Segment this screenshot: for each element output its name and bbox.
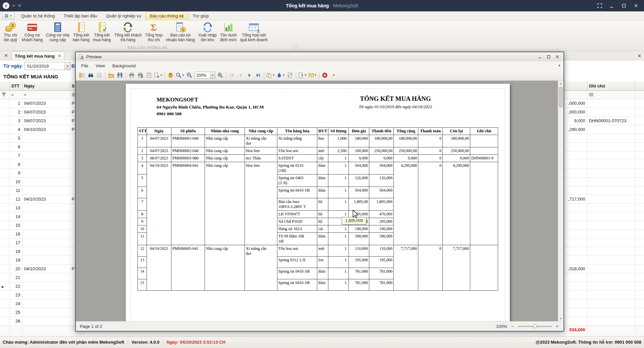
export-button[interactable]: ▼ bbox=[298, 71, 308, 79]
grid-row[interactable]: ,000,000 bbox=[564, 108, 644, 116]
close-preview-button[interactable] bbox=[321, 71, 329, 79]
toolbar-overflow-button[interactable]: ▼ bbox=[329, 71, 338, 79]
ribbon-collapse-button[interactable]: ^ bbox=[294, 45, 299, 50]
menu-file[interactable]: File bbox=[78, 62, 92, 69]
zoom-out-button[interactable] bbox=[185, 71, 194, 79]
next-page-button[interactable] bbox=[245, 71, 254, 79]
zoom-level-combo[interactable]: 100%▼ bbox=[195, 72, 215, 79]
ribbon-button-receipt-orange[interactable]: Tổng kết bán hàng bbox=[71, 21, 91, 43]
grid-row[interactable] bbox=[564, 299, 644, 308]
grid-row[interactable]: ▶22 bbox=[0, 282, 83, 290]
watermark-button[interactable] bbox=[286, 71, 294, 79]
email-button[interactable]: ▼ bbox=[308, 71, 318, 79]
ribbon-button-debt-card[interactable]: Công nợ khách hàng bbox=[20, 21, 44, 43]
grid-row[interactable]: 5 bbox=[0, 134, 83, 142]
grid-row[interactable]: 204/07/2023P bbox=[0, 108, 83, 116]
open-button[interactable] bbox=[107, 71, 115, 79]
ribbon-button-calculator[interactable]: Công nợ nhà cung cấp bbox=[44, 21, 71, 43]
ribbon-tab-3[interactable]: Báo cáo thống kê bbox=[146, 11, 188, 20]
document-map-button[interactable] bbox=[77, 71, 86, 79]
grid-row[interactable] bbox=[564, 282, 644, 290]
grid-row[interactable] bbox=[564, 168, 644, 177]
multi-page-button[interactable]: ▼ bbox=[266, 71, 276, 79]
preview-maximize-button[interactable] bbox=[545, 54, 552, 60]
minimize-button[interactable] bbox=[609, 3, 614, 8]
grid-row[interactable]: 26 bbox=[0, 317, 83, 325]
grid-row[interactable]: 404/10/2023P bbox=[0, 125, 83, 134]
ribbon-button-coins[interactable]: $ Thu chi tồn quỹ bbox=[1, 21, 20, 43]
grid-row[interactable] bbox=[564, 221, 644, 229]
menu-background[interactable]: Background bbox=[109, 62, 139, 69]
grid-row[interactable]: 1204/10/2023P bbox=[0, 195, 83, 203]
filter-cell[interactable] bbox=[587, 90, 635, 99]
maximize-button[interactable] bbox=[621, 3, 627, 8]
grid-row[interactable]: 19 bbox=[0, 256, 83, 264]
zoom-out-button[interactable]: − bbox=[510, 324, 515, 329]
preview-close-button[interactable] bbox=[553, 54, 561, 60]
ribbon-button-profit-report[interactable]: $ Báo cáo lợi nhuận bán hàng bbox=[164, 21, 197, 43]
scale-button[interactable]: ▼ bbox=[153, 71, 163, 79]
grid-row[interactable]: 24 bbox=[0, 299, 83, 308]
window-switch-button[interactable]: ▼ bbox=[2, 12, 15, 19]
grid-row[interactable]: 14 bbox=[0, 212, 83, 221]
grid-row[interactable] bbox=[564, 151, 644, 160]
grid-row[interactable] bbox=[564, 273, 644, 282]
grid-row[interactable]: ,717,000 bbox=[564, 195, 644, 203]
magnifier-button[interactable]: ▼ bbox=[175, 71, 185, 79]
grid-row[interactable]: ,000,000 bbox=[564, 99, 644, 108]
close-button[interactable] bbox=[633, 3, 639, 8]
grid-row[interactable]: 23 bbox=[0, 290, 83, 299]
grid-row[interactable]: 9,000DHN00001-070723 bbox=[564, 116, 644, 125]
find-button[interactable] bbox=[86, 71, 95, 79]
column-header-ngay[interactable]: Ngày bbox=[22, 81, 70, 90]
hand-tool-button[interactable] bbox=[166, 71, 175, 79]
filter-cell[interactable]: = bbox=[22, 90, 70, 99]
preview-scrollbar[interactable]: ▲ ▼ bbox=[558, 81, 564, 321]
grid-row[interactable]: ,290,000 bbox=[564, 125, 644, 134]
grid-row[interactable]: 15 bbox=[0, 221, 83, 229]
last-page-button[interactable] bbox=[254, 71, 263, 79]
scroll-up-icon[interactable]: ▲ bbox=[558, 81, 564, 86]
grid-row[interactable] bbox=[564, 238, 644, 247]
grid-row[interactable] bbox=[564, 256, 644, 264]
ribbon-button-bar-chart[interactable]: Tồn dưới định mức bbox=[218, 21, 238, 43]
close-tab-icon[interactable]: ✕ bbox=[58, 54, 61, 58]
ribbon-tab-4[interactable]: Trợ giúp bbox=[188, 11, 213, 20]
grid-row[interactable] bbox=[564, 160, 644, 168]
grid-row[interactable] bbox=[564, 203, 644, 212]
first-page-button[interactable] bbox=[228, 71, 236, 79]
print-direct-button[interactable] bbox=[136, 71, 145, 79]
chevron-down-icon[interactable] bbox=[12, 5, 15, 7]
ribbon-button-sigma[interactable]: Σ Tổng hợp thu chi bbox=[143, 21, 164, 43]
ribbon-tab-2[interactable]: Quản lý nghiệp vụ bbox=[102, 11, 146, 20]
ribbon-button-receipt-yellow[interactable]: Tổng kết mua hàng bbox=[91, 21, 112, 43]
menubar-overflow-icon[interactable]: ▼ bbox=[558, 64, 561, 67]
grid-row[interactable]: 17 bbox=[0, 238, 83, 247]
print-button[interactable] bbox=[127, 71, 136, 79]
grid-row[interactable]: 13 bbox=[0, 203, 83, 212]
expand-window-icon[interactable] bbox=[597, 3, 602, 8]
combo-dropdown-icon[interactable]: ▼ bbox=[64, 62, 70, 70]
grid-row[interactable] bbox=[564, 317, 644, 325]
grid-row[interactable]: 11 bbox=[0, 186, 83, 195]
column-header-stt[interactable]: STT bbox=[9, 81, 22, 90]
background-color-button[interactable]: ▼ bbox=[276, 71, 286, 79]
grid-row[interactable]: 21 bbox=[0, 273, 83, 282]
close-all-tabs-button[interactable]: ✕ bbox=[3, 52, 9, 59]
grid-row[interactable]: 308/07/2023P bbox=[0, 116, 83, 125]
zoom-slider-thumb[interactable] bbox=[533, 324, 537, 328]
ribbon-tab-0[interactable]: Quản trị hệ thống bbox=[17, 11, 59, 20]
ribbon-button-sync[interactable]: Xuất nhập tồn kho bbox=[197, 21, 218, 43]
menu-view[interactable]: View bbox=[92, 62, 108, 69]
grid-row[interactable]: 25 bbox=[0, 308, 83, 317]
grid-row[interactable] bbox=[564, 308, 644, 317]
grid-row[interactable] bbox=[564, 212, 644, 221]
grid-row[interactable]: 18 bbox=[0, 247, 83, 256]
from-date-input[interactable]: 01/10/2019 ▼ bbox=[24, 62, 71, 70]
grid-row[interactable] bbox=[564, 134, 644, 142]
grid-row[interactable] bbox=[564, 290, 644, 299]
preview-minimize-button[interactable] bbox=[536, 54, 543, 60]
grid-row[interactable]: 7 bbox=[0, 151, 83, 160]
page-setup-button[interactable] bbox=[145, 71, 153, 79]
grid-row[interactable]: 104/07/2023P bbox=[0, 99, 83, 108]
